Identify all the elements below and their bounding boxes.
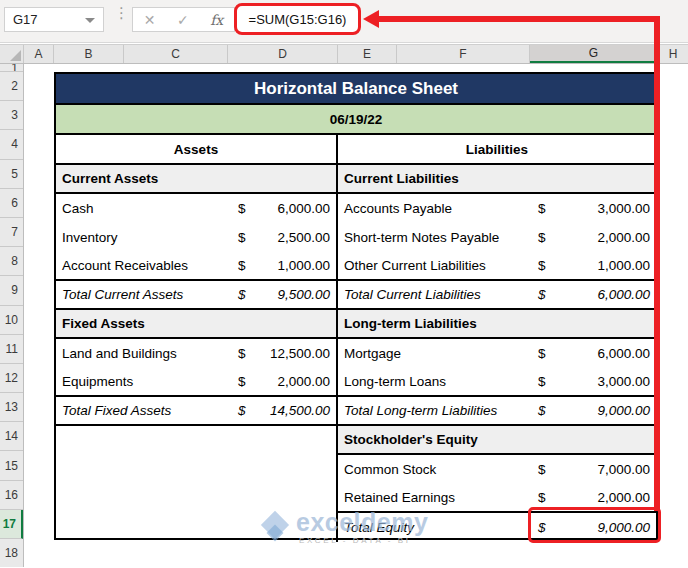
long-term-loans-label-cell[interactable]: Long-term Loans — [336, 368, 528, 397]
row-header-10[interactable]: 10 — [0, 306, 23, 335]
formula-text: =SUM(G15:G16) — [249, 12, 347, 27]
retained-earnings-amount: 2,000.00 — [597, 490, 650, 505]
long-term-liabilities-section-cell[interactable]: Long-term Liabilities — [336, 310, 656, 339]
sheet-title-cell[interactable]: Horizontal Balance Sheet — [56, 74, 656, 105]
fixed-assets-section-cell[interactable]: Fixed Assets — [56, 310, 336, 339]
account-receivables-amount: 1,000.00 — [277, 258, 330, 273]
name-box-dropdown-icon[interactable] — [85, 18, 95, 23]
empty-assets-cell[interactable] — [56, 484, 336, 513]
insert-function-icon[interactable]: fx — [210, 12, 223, 28]
cancel-icon[interactable]: ✕ — [144, 12, 156, 28]
row-header-4[interactable]: 4 — [0, 130, 23, 159]
inventory-label-cell[interactable]: Inventory — [56, 223, 228, 252]
column-header-a[interactable]: A — [24, 45, 54, 63]
row-header-18[interactable]: 18 — [0, 539, 23, 567]
total-long-term-liabilities-amount: 9,000.00 — [597, 403, 650, 418]
assets-header-cell[interactable]: Assets — [56, 135, 336, 165]
row-header-15[interactable]: 15 — [0, 451, 23, 480]
annotation-arrow-horizontal — [377, 16, 660, 22]
common-stock-label-cell[interactable]: Common Stock — [336, 455, 528, 484]
row-header-2[interactable]: 2 — [0, 72, 23, 101]
column-header-d[interactable]: D — [228, 45, 338, 63]
accounts-payable-amount-cell[interactable]: $ 3,000.00 — [528, 194, 656, 223]
currency-symbol: $ — [238, 403, 246, 418]
inventory-amount-cell[interactable]: $ 2,500.00 — [228, 223, 336, 252]
column-header-c[interactable]: C — [124, 45, 228, 63]
currency-symbol: $ — [238, 346, 246, 361]
common-stock-amount: 7,000.00 — [597, 462, 650, 477]
mortgage-label-cell[interactable]: Mortgage — [336, 339, 528, 368]
row-header-3[interactable]: 3 — [0, 101, 23, 130]
row-header-9[interactable]: 9 — [0, 276, 23, 305]
currency-symbol: $ — [538, 287, 546, 302]
accounts-payable-label-cell[interactable]: Accounts Payable — [336, 194, 528, 223]
equipments-amount-cell[interactable]: $ 2,000.00 — [228, 368, 336, 397]
total-current-assets-label-cell[interactable]: Total Current Assets — [56, 281, 228, 310]
total-long-term-liabilities-amount-cell[interactable]: $ 9,000.00 — [528, 397, 656, 426]
mortgage-amount-cell[interactable]: $ 6,000.00 — [528, 339, 656, 368]
inventory-amount: 2,500.00 — [277, 230, 330, 245]
total-long-term-liabilities-label-cell[interactable]: Total Long-term Liabilities — [336, 397, 528, 426]
total-fixed-assets-amount-cell[interactable]: $ 14,500.00 — [228, 397, 336, 426]
confirm-icon[interactable]: ✓ — [177, 12, 189, 28]
empty-assets-cell[interactable] — [56, 513, 336, 542]
cash-amount-cell[interactable]: $ 6,000.00 — [228, 194, 336, 223]
other-current-liabilities-label-cell[interactable]: Other Current Liabilities — [336, 252, 528, 281]
mortgage-amount: 6,000.00 — [597, 346, 650, 361]
land-buildings-amount: 12,500.00 — [270, 346, 330, 361]
name-box[interactable]: G17 — [4, 7, 104, 32]
row-headers: 1 2 3 4 5 6 7 8 9 10 11 12 13 14 15 16 1… — [0, 64, 24, 567]
column-header-b[interactable]: B — [54, 45, 124, 63]
row-header-12[interactable]: 12 — [0, 364, 23, 393]
equipments-label-cell[interactable]: Equipments — [56, 368, 228, 397]
currency-symbol: $ — [538, 346, 546, 361]
current-liabilities-section-cell[interactable]: Current Liabilities — [336, 165, 656, 194]
row-header-17[interactable]: 17 — [0, 510, 23, 539]
row-header-1[interactable]: 1 — [0, 64, 23, 72]
total-current-liabilities-amount-cell[interactable]: $ 6,000.00 — [528, 281, 656, 310]
column-header-h[interactable]: H — [658, 45, 688, 63]
select-all-icon — [10, 50, 21, 61]
column-header-f[interactable]: F — [397, 45, 530, 63]
date-value: 06/19/22 — [330, 112, 383, 127]
total-equity-label-cell[interactable]: Total Equity — [336, 513, 528, 542]
empty-assets-cell[interactable] — [56, 455, 336, 484]
empty-assets-cell[interactable] — [56, 426, 336, 455]
stockholders-equity-section-cell[interactable]: Stockholder's Equity — [336, 426, 656, 455]
row-header-8[interactable]: 8 — [0, 247, 23, 276]
retained-earnings-label-cell[interactable]: Retained Earnings — [336, 484, 528, 513]
formula-input[interactable]: =SUM(G15:G16) — [234, 3, 361, 35]
currency-symbol: $ — [238, 230, 246, 245]
total-current-liabilities-label-cell[interactable]: Total Current Liabilities — [336, 281, 528, 310]
column-header-g[interactable]: G — [530, 45, 658, 63]
row-header-11[interactable]: 11 — [0, 335, 23, 364]
row-header-5[interactable]: 5 — [0, 160, 23, 189]
short-term-notes-label-cell[interactable]: Short-term Notes Payable — [336, 223, 528, 252]
select-all-corner[interactable] — [0, 45, 24, 63]
liabilities-header-cell[interactable]: Liabilities — [336, 135, 656, 165]
short-term-notes-amount: 2,000.00 — [597, 230, 650, 245]
cash-label-cell[interactable]: Cash — [56, 194, 228, 223]
date-cell[interactable]: 06/19/22 — [56, 105, 656, 135]
common-stock-amount-cell[interactable]: $ 7,000.00 — [528, 455, 656, 484]
total-current-liabilities-amount: 6,000.00 — [597, 287, 650, 302]
other-current-liabilities-amount-cell[interactable]: $ 1,000.00 — [528, 252, 656, 281]
total-fixed-assets-label-cell[interactable]: Total Fixed Assets — [56, 397, 228, 426]
currency-symbol: $ — [538, 403, 546, 418]
row-header-6[interactable]: 6 — [0, 189, 23, 218]
sheet-title: Horizontal Balance Sheet — [254, 79, 458, 99]
total-current-assets-amount-cell[interactable]: $ 9,500.00 — [228, 281, 336, 310]
account-receivables-label-cell[interactable]: Account Receivables — [56, 252, 228, 281]
row-header-16[interactable]: 16 — [0, 481, 23, 510]
land-buildings-amount-cell[interactable]: $ 12,500.00 — [228, 339, 336, 368]
currency-symbol: $ — [538, 462, 546, 477]
column-header-e[interactable]: E — [338, 45, 397, 63]
row-header-14[interactable]: 14 — [0, 422, 23, 451]
account-receivables-amount-cell[interactable]: $ 1,000.00 — [228, 252, 336, 281]
current-assets-section-cell[interactable]: Current Assets — [56, 165, 336, 194]
land-buildings-label-cell[interactable]: Land and Buildings — [56, 339, 228, 368]
short-term-notes-amount-cell[interactable]: $ 2,000.00 — [528, 223, 656, 252]
row-header-13[interactable]: 13 — [0, 393, 23, 422]
long-term-loans-amount-cell[interactable]: $ 3,000.00 — [528, 368, 656, 397]
row-header-7[interactable]: 7 — [0, 218, 23, 247]
